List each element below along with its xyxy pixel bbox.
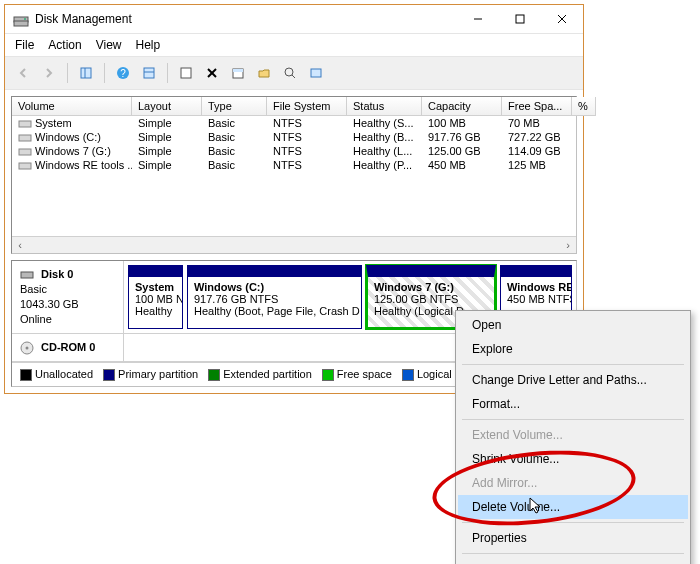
window-title: Disk Management	[35, 12, 457, 26]
col-pct[interactable]: %	[572, 97, 596, 116]
ctx-explore[interactable]: Explore	[458, 337, 688, 361]
col-capacity[interactable]: Capacity	[422, 97, 502, 116]
legend-unallocated-swatch	[20, 369, 32, 381]
legend-logical-swatch	[402, 369, 414, 381]
delete-icon[interactable]	[200, 61, 224, 85]
cdrom-label[interactable]: CD-ROM 0	[12, 334, 124, 361]
help-icon[interactable]: ?	[111, 61, 135, 85]
svg-rect-7	[81, 68, 91, 78]
forward-button[interactable]	[37, 61, 61, 85]
titlebar: Disk Management	[5, 5, 583, 34]
col-status[interactable]: Status	[347, 97, 422, 116]
svg-point-18	[285, 68, 293, 76]
ctx-separator	[462, 419, 684, 420]
ctx-extend-volume: Extend Volume...	[458, 423, 688, 447]
maximize-button[interactable]	[499, 5, 541, 33]
table-row[interactable]: SystemSimpleBasicNTFSHealthy (S...100 MB…	[12, 116, 576, 130]
col-fs[interactable]: File System	[267, 97, 347, 116]
context-menu: Open Explore Change Drive Letter and Pat…	[455, 310, 691, 564]
ctx-separator	[462, 553, 684, 554]
disk0-name: Disk 0	[41, 268, 73, 280]
col-layout[interactable]: Layout	[132, 97, 202, 116]
svg-line-19	[292, 75, 295, 78]
disk0-state: Online	[20, 313, 52, 325]
svg-rect-23	[19, 149, 31, 155]
svg-rect-24	[19, 163, 31, 169]
volume-list: Volume Layout Type File System Status Ca…	[11, 96, 577, 254]
back-button[interactable]	[11, 61, 35, 85]
toolbar: ?	[5, 57, 583, 90]
cdrom-name: CD-ROM 0	[41, 341, 95, 353]
menu-help[interactable]: Help	[136, 38, 161, 52]
ctx-add-mirror: Add Mirror...	[458, 471, 688, 495]
ctx-separator	[462, 522, 684, 523]
ctx-shrink-volume[interactable]: Shrink Volume...	[458, 447, 688, 471]
refresh-icon[interactable]	[174, 61, 198, 85]
svg-rect-21	[19, 121, 31, 127]
legend-extended-swatch	[208, 369, 220, 381]
menu-file[interactable]: File	[15, 38, 34, 52]
disk0-type: Basic	[20, 283, 47, 295]
col-volume[interactable]: Volume	[12, 97, 132, 116]
svg-rect-22	[19, 135, 31, 141]
drive-icon	[18, 147, 32, 157]
ctx-open[interactable]: Open	[458, 313, 688, 337]
ctx-help[interactable]: Help	[458, 557, 688, 564]
menu-action[interactable]: Action	[48, 38, 81, 52]
svg-point-27	[26, 346, 29, 349]
svg-rect-1	[14, 21, 28, 26]
ctx-separator	[462, 364, 684, 365]
drive-icon	[18, 133, 32, 143]
disk-icon	[20, 268, 34, 282]
table-row[interactable]: Windows (C:)SimpleBasicNTFSHealthy (B...…	[12, 130, 576, 144]
ctx-change-drive-letter[interactable]: Change Drive Letter and Paths...	[458, 368, 688, 392]
table-row[interactable]: Windows RE tools ...SimpleBasicNTFSHealt…	[12, 158, 576, 172]
menu-view[interactable]: View	[96, 38, 122, 52]
partition-windows-c[interactable]: Windows (C:) 917.76 GB NTFS Healthy (Boo…	[187, 265, 362, 329]
col-free[interactable]: Free Spa...	[502, 97, 572, 116]
svg-rect-20	[311, 69, 321, 77]
svg-rect-17	[233, 69, 243, 72]
drive-icon	[18, 161, 32, 171]
drive-icon	[18, 119, 32, 129]
zoom-icon[interactable]	[278, 61, 302, 85]
show-hide-console-tree-icon[interactable]	[74, 61, 98, 85]
partition-system[interactable]: System 100 MB N Healthy	[128, 265, 183, 329]
legend-primary-swatch	[103, 369, 115, 381]
rescan-icon[interactable]	[304, 61, 328, 85]
ctx-delete-volume[interactable]: Delete Volume...	[458, 495, 688, 519]
legend-free-swatch	[322, 369, 334, 381]
minimize-button[interactable]	[457, 5, 499, 33]
close-button[interactable]	[541, 5, 583, 33]
svg-rect-11	[144, 68, 154, 78]
ctx-properties[interactable]: Properties	[458, 526, 688, 550]
settings-icon[interactable]	[137, 61, 161, 85]
svg-point-2	[24, 18, 26, 20]
svg-rect-4	[516, 15, 524, 23]
svg-rect-13	[181, 68, 191, 78]
disk0-label[interactable]: Disk 0 Basic 1043.30 GB Online	[12, 261, 124, 333]
open-icon[interactable]	[252, 61, 276, 85]
app-icon	[13, 11, 29, 27]
scroll-right-icon[interactable]: ›	[560, 239, 576, 251]
col-type[interactable]: Type	[202, 97, 267, 116]
menubar: File Action View Help	[5, 34, 583, 57]
svg-rect-25	[21, 272, 33, 278]
properties-icon[interactable]	[226, 61, 250, 85]
horizontal-scrollbar[interactable]: ‹ ›	[12, 236, 576, 253]
disk0-size: 1043.30 GB	[20, 298, 79, 310]
cdrom-icon	[20, 341, 34, 355]
svg-text:?: ?	[120, 68, 126, 79]
ctx-format[interactable]: Format...	[458, 392, 688, 416]
table-row[interactable]: Windows 7 (G:)SimpleBasicNTFSHealthy (L.…	[12, 144, 576, 158]
scroll-left-icon[interactable]: ‹	[12, 239, 28, 251]
